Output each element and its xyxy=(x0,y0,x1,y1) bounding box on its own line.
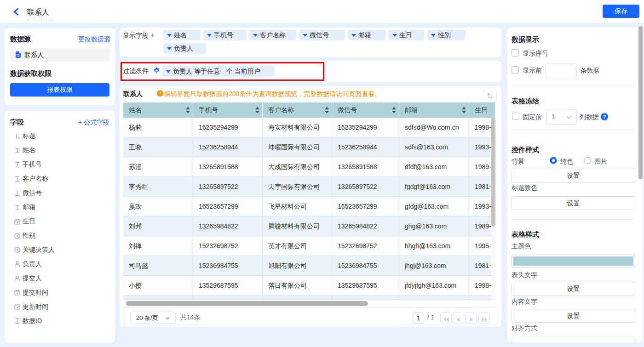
svg-text:?: ? xyxy=(603,114,606,119)
